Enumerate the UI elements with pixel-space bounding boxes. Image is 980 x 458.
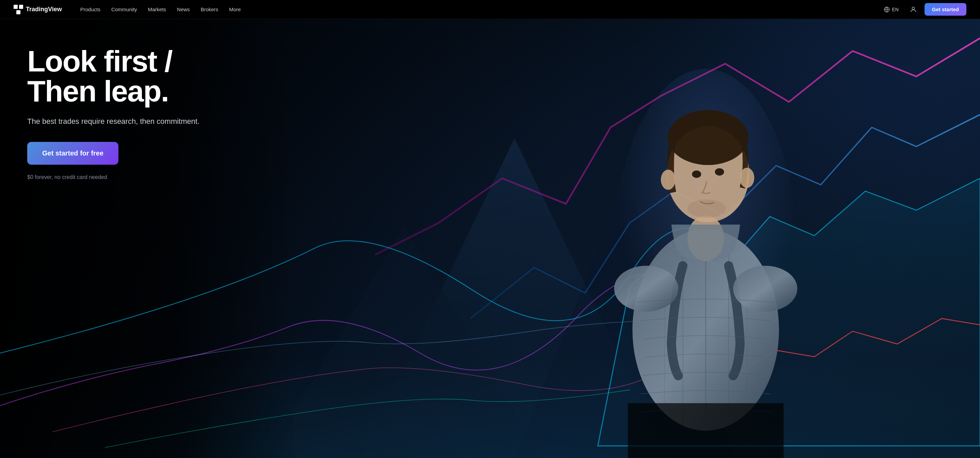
svg-point-22 [661,169,675,189]
svg-point-19 [692,170,701,178]
hero-section: Look first / Then leap. The best trades … [0,0,980,458]
svg-point-21 [687,199,726,218]
svg-rect-0 [14,5,18,9]
nav-item-news[interactable]: News [172,4,195,15]
svg-point-25 [733,266,797,312]
nav-links: Products Community Markets News Brokers … [76,4,246,15]
navbar-left: TradingView Products Community Markets N… [14,4,246,15]
nav-item-more[interactable]: More [224,4,245,15]
svg-rect-26 [628,403,784,458]
logo-text: TradingView [26,6,62,13]
language-label: EN [892,7,898,12]
user-account-button[interactable] [907,4,919,15]
hero-headline-line1: Look first / [27,44,172,78]
svg-point-24 [614,266,678,312]
svg-rect-1 [19,5,23,9]
svg-point-23 [740,168,754,188]
svg-point-18 [668,110,748,165]
navbar-right: EN Get started [880,3,966,16]
tradingview-logo-icon [14,5,23,14]
hero-content: Look first / Then leap. The best trades … [0,19,238,201]
nav-item-community[interactable]: Community [107,4,142,15]
nav-item-products[interactable]: Products [76,4,105,15]
hero-cta-button[interactable]: Get started for free [27,142,118,165]
navbar: TradingView Products Community Markets N… [0,0,980,19]
language-button[interactable]: EN [880,5,902,14]
user-icon [910,6,917,13]
logo[interactable]: TradingView [14,5,62,14]
hero-cta-note: $0 forever, no credit card needed [27,174,211,180]
svg-rect-2 [16,10,21,14]
hero-headline-line2: Then leap. [27,74,169,108]
hero-subtitle: The best trades require research, then c… [27,116,211,127]
get-started-nav-button[interactable]: Get started [924,3,966,16]
nav-item-brokers[interactable]: Brokers [196,4,223,15]
svg-point-4 [912,7,914,9]
nav-item-markets[interactable]: Markets [143,4,171,15]
hero-person-figure [510,46,902,458]
globe-icon [884,6,890,13]
hero-headline: Look first / Then leap. [27,46,211,106]
svg-point-20 [715,168,724,176]
